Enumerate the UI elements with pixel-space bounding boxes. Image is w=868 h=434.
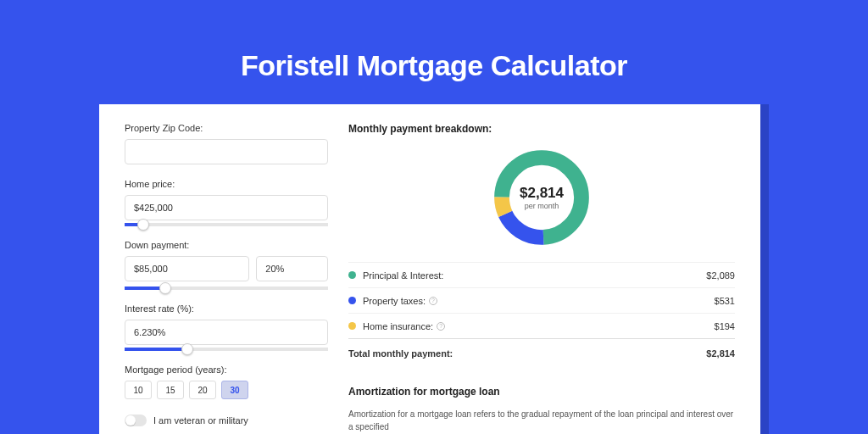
amort-text: Amortization for a mortgage loan refers … bbox=[348, 408, 735, 433]
tax-value: $531 bbox=[715, 296, 735, 306]
ins-label: Home insurance: bbox=[363, 321, 433, 331]
down-label: Down payment: bbox=[125, 240, 328, 250]
donut-amount: $2,814 bbox=[520, 185, 564, 202]
pi-label: Principal & Interest: bbox=[363, 270, 706, 281]
period-option-15[interactable]: 15 bbox=[157, 381, 184, 399]
zip-label: Property Zip Code: bbox=[125, 123, 328, 133]
tax-label: Property taxes: bbox=[363, 296, 426, 306]
slider-thumb-icon[interactable] bbox=[159, 282, 171, 294]
legend-row-tax: Property taxes: ? $531 bbox=[348, 287, 735, 313]
legend-row-total: Total monthly payment: $2,814 bbox=[348, 338, 735, 367]
military-toggle[interactable] bbox=[125, 415, 147, 426]
breakdown-heading: Monthly payment breakdown: bbox=[348, 123, 735, 135]
ins-value: $194 bbox=[715, 321, 735, 331]
legend-row-pi: Principal & Interest: $2,089 bbox=[348, 262, 735, 287]
total-label: Total monthly payment: bbox=[348, 348, 706, 359]
down-percent-input[interactable] bbox=[256, 256, 328, 281]
donut-sub: per month bbox=[525, 202, 559, 210]
period-option-20[interactable]: 20 bbox=[189, 381, 216, 399]
price-input[interactable] bbox=[125, 195, 328, 220]
donut-chart: $2,814 per month bbox=[489, 145, 594, 250]
down-amount-input[interactable] bbox=[125, 256, 249, 281]
rate-input[interactable] bbox=[125, 320, 328, 345]
zip-input[interactable] bbox=[125, 139, 328, 164]
form-panel: Property Zip Code: Home price: Down paym… bbox=[125, 123, 328, 433]
info-icon[interactable]: ? bbox=[429, 297, 437, 305]
slider-thumb-icon[interactable] bbox=[181, 343, 193, 355]
period-label: Mortgage period (years): bbox=[125, 364, 328, 375]
calculator-card: Property Zip Code: Home price: Down paym… bbox=[99, 104, 760, 434]
price-slider[interactable] bbox=[125, 223, 328, 226]
rate-slider[interactable] bbox=[125, 348, 328, 351]
period-option-30[interactable]: 30 bbox=[221, 381, 248, 399]
info-icon[interactable]: ? bbox=[437, 322, 445, 331]
amort-heading: Amortization for mortgage loan bbox=[348, 386, 735, 398]
pi-value: $2,089 bbox=[706, 270, 735, 281]
down-slider[interactable] bbox=[125, 287, 328, 290]
legend-row-ins: Home insurance: ? $194 bbox=[348, 313, 735, 338]
total-value: $2,814 bbox=[706, 348, 735, 359]
dot-blue-icon bbox=[348, 297, 356, 304]
dot-yellow-icon bbox=[348, 322, 356, 330]
period-segmented: 10 15 20 30 bbox=[125, 381, 328, 399]
dot-green-icon bbox=[348, 271, 356, 279]
price-label: Home price: bbox=[125, 179, 328, 189]
slider-thumb-icon[interactable] bbox=[137, 219, 149, 231]
military-label: I am veteran or military bbox=[153, 415, 248, 426]
page-title: Foristell Mortgage Calculator bbox=[241, 49, 627, 82]
card-shadow: Property Zip Code: Home price: Down paym… bbox=[99, 104, 769, 434]
rate-label: Interest rate (%): bbox=[125, 303, 328, 314]
breakdown-panel: Monthly payment breakdown: $2,814 p bbox=[348, 123, 735, 433]
period-option-10[interactable]: 10 bbox=[125, 381, 152, 399]
